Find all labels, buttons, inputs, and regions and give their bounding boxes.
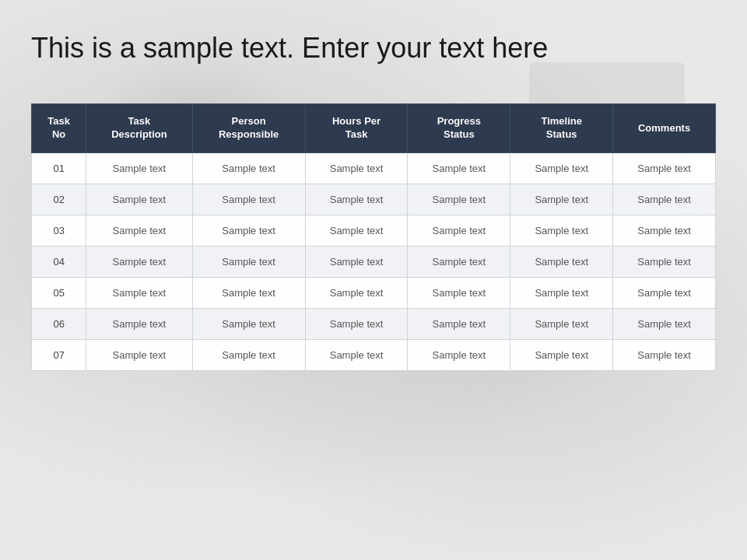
- progress-cell: Sample text: [408, 184, 510, 215]
- hours-cell: Sample text: [305, 215, 408, 246]
- hours-cell: Sample text: [305, 277, 408, 308]
- comments-cell: Sample text: [613, 246, 716, 277]
- task-no-cell: 02: [32, 184, 86, 215]
- header-progress-status: ProgressStatus: [408, 104, 510, 153]
- timeline-cell: Sample text: [510, 246, 613, 277]
- header-task-description: TaskDescription: [86, 104, 192, 153]
- task-no-cell: 05: [32, 277, 86, 308]
- table-row: 05Sample textSample textSample textSampl…: [32, 277, 716, 308]
- main-content: This is a sample text. Enter your text h…: [0, 0, 747, 394]
- header-person-responsible: PersonResponsible: [192, 104, 305, 153]
- progress-cell: Sample text: [408, 277, 510, 308]
- header-comments: Comments: [613, 104, 716, 153]
- comments-cell: Sample text: [613, 215, 716, 246]
- table-header-row: TaskNo TaskDescription PersonResponsible…: [32, 104, 716, 153]
- task-desc-cell: Sample text: [86, 215, 192, 246]
- table-row: 03Sample textSample textSample textSampl…: [32, 215, 716, 246]
- hours-cell: Sample text: [305, 152, 408, 184]
- progress-cell: Sample text: [408, 246, 510, 277]
- task-desc-cell: Sample text: [86, 308, 192, 339]
- table-row: 04Sample textSample textSample textSampl…: [32, 246, 716, 277]
- header-timeline-status: TimelineStatus: [510, 104, 613, 153]
- person-resp-cell: Sample text: [192, 152, 305, 184]
- comments-cell: Sample text: [613, 277, 716, 308]
- timeline-cell: Sample text: [510, 184, 613, 215]
- task-no-cell: 03: [32, 215, 86, 246]
- progress-cell: Sample text: [408, 339, 510, 370]
- timeline-cell: Sample text: [510, 215, 613, 246]
- person-resp-cell: Sample text: [192, 184, 305, 215]
- person-resp-cell: Sample text: [192, 339, 305, 370]
- header-task-no: TaskNo: [32, 104, 86, 153]
- comments-cell: Sample text: [613, 184, 716, 215]
- comments-cell: Sample text: [613, 152, 716, 184]
- task-desc-cell: Sample text: [86, 184, 192, 215]
- comments-cell: Sample text: [613, 339, 716, 370]
- timeline-cell: Sample text: [510, 308, 613, 339]
- task-desc-cell: Sample text: [86, 339, 192, 370]
- table-row: 07Sample textSample textSample textSampl…: [32, 339, 716, 370]
- task-desc-cell: Sample text: [86, 277, 192, 308]
- hours-cell: Sample text: [305, 308, 408, 339]
- timeline-cell: Sample text: [510, 339, 613, 370]
- table-row: 02Sample textSample textSample textSampl…: [32, 184, 716, 215]
- task-table: TaskNo TaskDescription PersonResponsible…: [31, 103, 716, 371]
- timeline-cell: Sample text: [510, 152, 613, 184]
- header-hours-per-task: Hours PerTask: [305, 104, 408, 153]
- task-desc-cell: Sample text: [86, 246, 192, 277]
- hours-cell: Sample text: [305, 339, 408, 370]
- table-container: TaskNo TaskDescription PersonResponsible…: [31, 103, 716, 371]
- table-row: 06Sample textSample textSample textSampl…: [32, 308, 716, 339]
- table-row: 01Sample textSample textSample textSampl…: [32, 152, 716, 184]
- progress-cell: Sample text: [408, 215, 510, 246]
- hours-cell: Sample text: [305, 246, 408, 277]
- task-no-cell: 06: [32, 308, 86, 339]
- page-title: This is a sample text. Enter your text h…: [31, 31, 716, 65]
- person-resp-cell: Sample text: [192, 308, 305, 339]
- progress-cell: Sample text: [408, 152, 510, 184]
- task-no-cell: 07: [32, 339, 86, 370]
- task-no-cell: 04: [32, 246, 86, 277]
- comments-cell: Sample text: [613, 308, 716, 339]
- progress-cell: Sample text: [408, 308, 510, 339]
- hours-cell: Sample text: [305, 184, 408, 215]
- task-no-cell: 01: [32, 152, 86, 184]
- person-resp-cell: Sample text: [192, 277, 305, 308]
- task-desc-cell: Sample text: [86, 152, 192, 184]
- person-resp-cell: Sample text: [192, 215, 305, 246]
- person-resp-cell: Sample text: [192, 246, 305, 277]
- timeline-cell: Sample text: [510, 277, 613, 308]
